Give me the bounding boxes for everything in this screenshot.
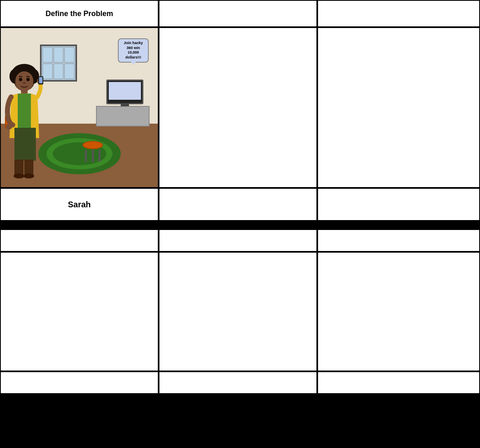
header2-cell-3 xyxy=(317,229,480,252)
svg-rect-13 xyxy=(39,77,42,83)
name-cell-1: Sarah xyxy=(0,188,159,221)
svg-point-14 xyxy=(6,124,12,129)
content-cell-1 xyxy=(0,252,159,371)
define-problem-title: Define the Problem xyxy=(45,9,113,18)
stool xyxy=(82,141,103,162)
header2-cell-2 xyxy=(159,229,317,252)
svg-point-17 xyxy=(14,174,24,178)
rug xyxy=(38,133,121,174)
svg-rect-10 xyxy=(14,128,36,161)
svg-point-4 xyxy=(15,71,33,91)
scene-cell-2 xyxy=(159,27,317,188)
svg-point-7 xyxy=(23,82,26,84)
svg-point-6 xyxy=(26,78,30,81)
scene-cell-3 xyxy=(317,27,480,188)
name-cell-3 xyxy=(317,188,480,221)
bottom-cell-3 xyxy=(317,371,480,394)
character-sarah xyxy=(3,64,44,179)
content-cell-3 xyxy=(317,252,480,371)
character-name: Sarah xyxy=(68,200,91,209)
name-cell-2 xyxy=(159,188,317,221)
main-grid: Define the Problem xyxy=(0,0,480,448)
monitor xyxy=(106,80,143,104)
bottom-cell-1 xyxy=(0,371,159,394)
scene-cell: Join hacky 360 win 10,000 dollars!!! xyxy=(0,27,159,188)
monitor-screen xyxy=(109,82,141,100)
monitor-stand xyxy=(121,103,129,106)
separator-bar xyxy=(0,221,480,229)
header-cell-3 xyxy=(317,0,480,27)
svg-point-5 xyxy=(19,78,22,81)
content-cell-2 xyxy=(159,252,317,371)
header-cell-2 xyxy=(159,0,317,27)
bottom-cell-2 xyxy=(159,371,317,394)
desk xyxy=(96,106,150,127)
speech-bubble: Join hacky 360 win 10,000 dollars!!! xyxy=(118,38,149,63)
svg-point-18 xyxy=(23,174,34,178)
header2-cell-1 xyxy=(0,229,159,252)
window xyxy=(40,45,77,82)
room-background: Join hacky 360 win 10,000 dollars!!! xyxy=(1,28,158,187)
header-cell-1: Define the Problem xyxy=(0,0,159,27)
